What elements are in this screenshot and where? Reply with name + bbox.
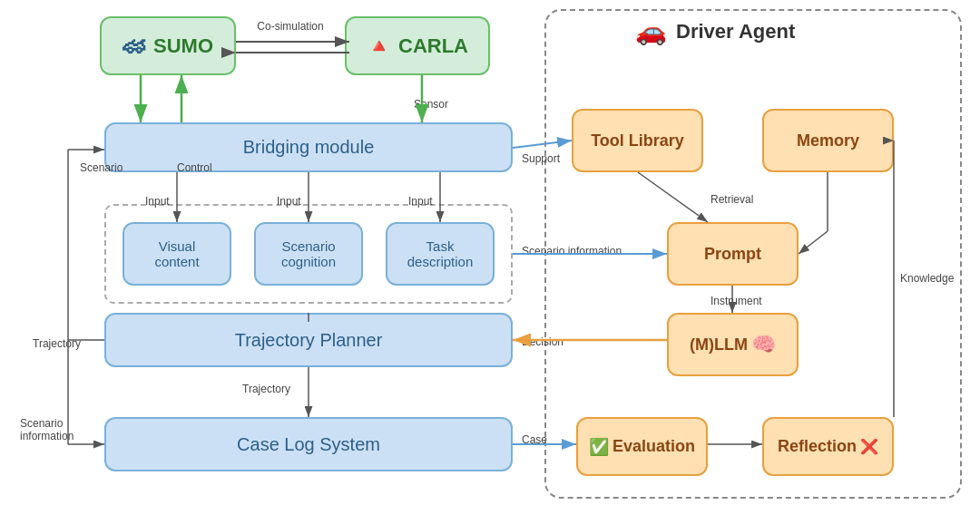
cosimulation-label: Co-simulation: [236, 20, 345, 33]
check-icon: ✅: [589, 437, 609, 457]
scenario-info-label: Scenario information: [522, 245, 622, 257]
case-log-system-box: Case Log System: [104, 417, 513, 471]
sensor-label: Sensor: [414, 98, 448, 111]
reflection-box: Reflection ❌: [762, 417, 894, 476]
sumo-label: SUMO: [153, 34, 213, 58]
carla-icon: 🔺: [367, 34, 391, 58]
trajectory-left-label: Trajectory: [33, 337, 81, 350]
brain-icon: 🧠: [751, 333, 776, 356]
trajectory-label: Trajectory: [242, 383, 290, 395]
car-robot-icon: 🚗: [635, 16, 667, 46]
scenario-cognition-box: Scenario cognition: [254, 222, 363, 286]
sumo-box: 🏎 SUMO: [100, 16, 236, 75]
scenario-label: Scenario: [80, 161, 122, 174]
evaluation-box: ✅ Evaluation: [576, 417, 708, 476]
carla-box: 🔺 CARLA: [345, 16, 490, 75]
task-description-box: Task description: [386, 222, 495, 286]
input2-label: Input: [277, 195, 301, 208]
retrieval-label: Retrieval: [710, 193, 753, 206]
driver-agent-title: 🚗 Driver Agent: [635, 16, 795, 46]
trajectory-planner-box: Trajectory Planner: [104, 313, 513, 367]
decision-label: Decision: [522, 335, 564, 348]
input1-label: Input: [145, 195, 170, 208]
prompt-box: Prompt: [667, 222, 799, 286]
instrument-label: Instrument: [710, 295, 762, 307]
x-icon: ❌: [860, 438, 878, 455]
visual-content-box: Visual content: [122, 222, 231, 286]
knowledge-label: Knowledge: [900, 272, 954, 285]
control-label: Control: [177, 161, 212, 174]
scenario-info-left-label: Scenario information: [20, 417, 74, 442]
case-label: Case: [522, 433, 547, 446]
sumo-icon: 🏎: [122, 32, 146, 60]
carla-label: CARLA: [398, 34, 468, 58]
support-label: Support: [522, 152, 560, 165]
tool-library-box: Tool Library: [572, 109, 703, 172]
input3-label: Input: [408, 195, 433, 208]
bridging-module-box: Bridging module: [104, 122, 513, 172]
mllm-box: (M)LLM 🧠: [667, 313, 799, 376]
memory-box: Memory: [762, 109, 894, 172]
